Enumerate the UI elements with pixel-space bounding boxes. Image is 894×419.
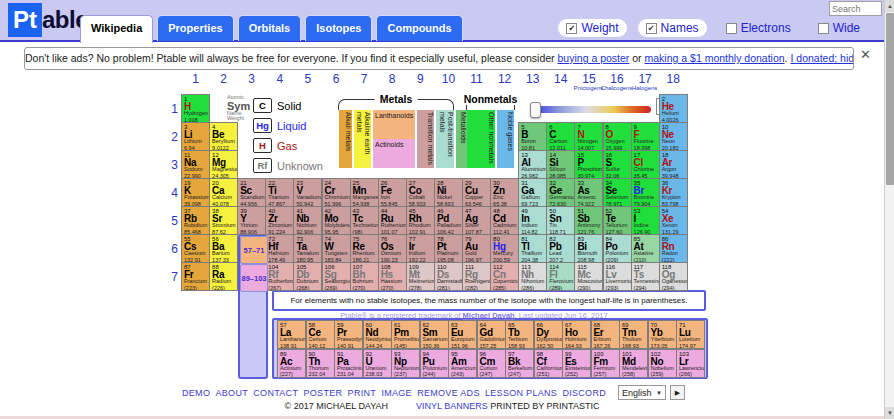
element-Fe[interactable]: 26FeIron55.845 <box>378 178 407 207</box>
element-C[interactable]: 6CCarbon12.011 <box>546 122 575 151</box>
element-Ni[interactable]: 28NiNickel58.693 <box>434 178 463 207</box>
element-Gd[interactable]: 64GdGadolinium157.25 <box>477 320 506 349</box>
element-Tb[interactable]: 65TbTerbium158.93 <box>505 320 534 349</box>
buy-poster-link[interactable]: buying a poster <box>558 52 630 64</box>
category-ng[interactable]: Noble gases <box>497 110 514 168</box>
category-ac[interactable]: Actinoids <box>373 139 415 168</box>
element-Og[interactable]: 118OgOganesson(294) <box>659 262 688 291</box>
tab-orbitals[interactable]: Orbitals <box>238 15 302 41</box>
element-Ba[interactable]: 56BaBarium137.33 <box>209 234 238 263</box>
hide-message-link[interactable]: I donated; hide this message. <box>790 52 854 64</box>
element-Kr[interactable]: 36KrKrypton83.798 <box>659 178 688 207</box>
element-No[interactable]: 102NoNobelium(259) <box>648 349 677 378</box>
element-V[interactable]: 23VVanadium50.942 <box>293 178 322 207</box>
toggle-electrons[interactable]: Electrons <box>718 19 799 37</box>
element-Ho[interactable]: 67HoHolmium164.93 <box>562 320 591 349</box>
element-Th[interactable]: 90ThThorium232.04 <box>306 349 335 378</box>
category-md[interactable]: Metalloids <box>456 110 467 168</box>
element-Ru[interactable]: 44RuRuthenium101.07 <box>378 206 407 235</box>
element-Pt[interactable]: 78PtPlatinum195.08 <box>434 234 463 263</box>
close-icon[interactable]: ✕ <box>860 47 871 62</box>
element-O[interactable]: 8OOxygen15.999 <box>603 122 632 151</box>
element-Er[interactable]: 68ErErbium167.26 <box>591 320 620 349</box>
footer-link-discord[interactable]: DISCORD <box>562 388 606 398</box>
element-Po[interactable]: 84PoPolonium(209) <box>603 234 632 263</box>
element-Cu[interactable]: 29CuCopper63.546 <box>462 178 491 207</box>
placeholder-89–103[interactable]: 89–103 <box>240 264 268 292</box>
footer-link-contact[interactable]: CONTACT <box>253 388 298 398</box>
element-N[interactable]: 7NNitrogen14.007 <box>574 122 603 151</box>
state-legend-liquid[interactable]: HgLiquid <box>253 118 306 133</box>
element-Lu[interactable]: 71LuLutetium174.97 <box>676 320 705 349</box>
element-Ge[interactable]: 32GeGermanium72.630 <box>546 178 575 207</box>
element-Hf[interactable]: 72HfHafnium178.49 <box>265 234 294 263</box>
element-Cr[interactable]: 24CrChromium51.996 <box>322 178 351 207</box>
element-Ag[interactable]: 47AgSilver107.87 <box>462 206 491 235</box>
element-Md[interactable]: 101MdMendelevium(258) <box>619 349 648 378</box>
element-Pu[interactable]: 94PuPlutonium(244) <box>420 349 449 378</box>
element-Ts[interactable]: 117TsTennessine(294) <box>631 262 660 291</box>
element-Os[interactable]: 76OsOsmium190.23 <box>378 234 407 263</box>
element-I[interactable]: 53IIodine126.90 <box>631 206 660 235</box>
element-W[interactable]: 74WTungsten183.84 <box>322 234 351 263</box>
element-Ce[interactable]: 58CeCerium140.12 <box>306 320 335 349</box>
element-Db[interactable]: 105DbDubnium(268) <box>293 262 322 291</box>
element-Tm[interactable]: 69TmThulium168.93 <box>619 320 648 349</box>
element-Ds[interactable]: 110DsDarmstadtium(281) <box>434 262 463 291</box>
element-In[interactable]: 49InIndium114.82 <box>518 206 547 235</box>
placeholder-57–71[interactable]: 57–71 <box>240 236 268 264</box>
element-S[interactable]: 16SSulfur32.06 <box>603 150 632 179</box>
element-Au[interactable]: 79AuGold196.97 <box>462 234 491 263</box>
element-K[interactable]: 19KPotassium39.098 <box>181 178 210 207</box>
element-Mc[interactable]: 115McMoscovium(290) <box>574 262 603 291</box>
element-Fr[interactable]: 87FrFrancium(223) <box>181 262 210 291</box>
element-Pa[interactable]: 91PaProtactinium231.04 <box>334 349 363 378</box>
element-Na[interactable]: 11NaSodium22.990 <box>181 150 210 179</box>
state-legend-gas[interactable]: HGas <box>253 138 297 153</box>
element-Lv[interactable]: 116LvLivermorium(293) <box>603 262 632 291</box>
element-Cn[interactable]: 112CnCopernicium(285) <box>490 262 519 291</box>
category-ak[interactable]: Alkali metals <box>339 110 352 168</box>
element-Ar[interactable]: 18ArArgon39.948 <box>659 150 688 179</box>
element-Pm[interactable]: 61PmPromethium(145) <box>391 320 420 349</box>
element-Rn[interactable]: 86RnRadon(222) <box>659 234 688 263</box>
element-Fm[interactable]: 100FmFermium(257) <box>591 349 620 378</box>
element-Ti[interactable]: 22TiTitanium47.867 <box>265 178 294 207</box>
element-Mt[interactable]: 109MtMeitnerium(278) <box>406 262 435 291</box>
footer-link-poster[interactable]: POSTER <box>304 388 343 398</box>
element-Rf[interactable]: 104RfRutherfordium(267) <box>265 262 294 291</box>
element-H[interactable]: 1HHydrogen1.008 <box>181 94 210 123</box>
element-Rb[interactable]: 37RbRubidium85.468 <box>181 206 210 235</box>
tab-properties[interactable]: Properties <box>157 15 233 41</box>
category-ae[interactable]: Alkaline earth metals <box>354 110 371 168</box>
footer-link-image[interactable]: IMAGE <box>381 388 412 398</box>
element-Li[interactable]: 3LiLithium6.94 <box>181 122 210 151</box>
element-Ca[interactable]: 20CaCalcium40.078 <box>209 178 238 207</box>
element-Br[interactable]: 35BrBromine79.904 <box>631 178 660 207</box>
element-Sc[interactable]: 21ScScandium44.956 <box>237 178 266 207</box>
element-Eu[interactable]: 63EuEuropium151.96 <box>448 320 477 349</box>
element-Mg[interactable]: 12MgMagnesium24.305 <box>209 150 238 179</box>
element-Xe[interactable]: 54XeXenon131.29 <box>659 206 688 235</box>
element-Rg[interactable]: 111RgRoentgenium(282) <box>462 262 491 291</box>
element-Re[interactable]: 75ReRhenium186.21 <box>350 234 379 263</box>
element-Zn[interactable]: 30ZnZinc65.38 <box>490 178 519 207</box>
element-Hg[interactable]: 80HgMercury200.59 <box>490 234 519 263</box>
element-He[interactable]: 2HeHelium4.0026 <box>659 94 688 123</box>
tab-compounds[interactable]: Compounds <box>376 15 462 41</box>
element-Bi[interactable]: 83BiBismuth208.98 <box>574 234 603 263</box>
element-Sg[interactable]: 106SgSeaborgium(269) <box>322 262 351 291</box>
element-Sr[interactable]: 38SrStrontium87.62 <box>209 206 238 235</box>
temperature-slider[interactable] <box>533 106 651 113</box>
category-nm[interactable]: Other nonmetals <box>467 110 495 168</box>
element-Sn[interactable]: 50SnTin118.71 <box>546 206 575 235</box>
element-Cm[interactable]: 96CmCurium(247) <box>477 349 506 378</box>
footer-link-about[interactable]: ABOUT <box>215 388 248 398</box>
element-Cf[interactable]: 98CfCalifornium(251) <box>534 349 563 378</box>
element-Am[interactable]: 95AmAmericium(243) <box>448 349 477 378</box>
element-Ir[interactable]: 77IrIridium192.22 <box>406 234 435 263</box>
element-Sm[interactable]: 62SmSamarium150.36 <box>420 320 449 349</box>
vinyl-banners-link[interactable]: VINYL BANNERS <box>416 401 488 411</box>
slider-handle[interactable] <box>530 102 541 118</box>
toggle-names[interactable]: ✔Names <box>638 19 707 37</box>
